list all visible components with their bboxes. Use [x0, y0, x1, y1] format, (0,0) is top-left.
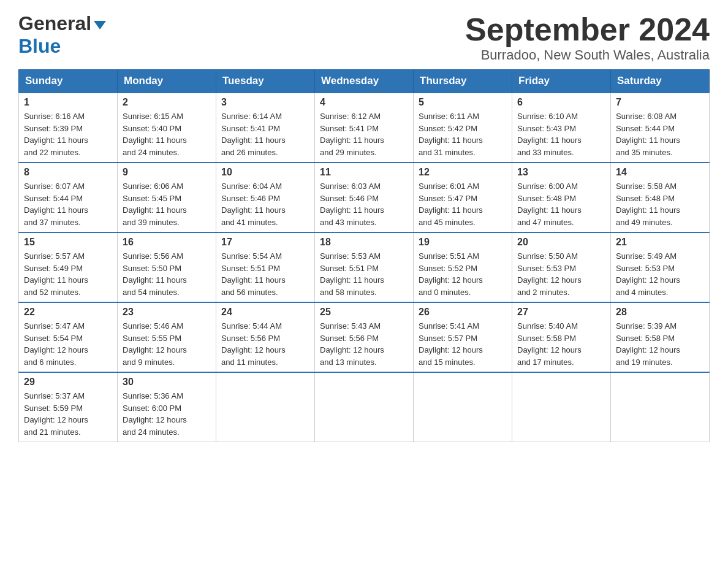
weekday-header-row: SundayMondayTuesdayWednesdayThursdayFrid… — [19, 70, 710, 93]
day-info: Sunrise: 6:01 AM Sunset: 5:47 PM Dayligh… — [419, 180, 507, 228]
calendar-day-cell: 22Sunrise: 5:47 AM Sunset: 5:54 PM Dayli… — [19, 302, 118, 372]
day-number: 21 — [616, 237, 704, 248]
calendar-day-cell: 24Sunrise: 5:44 AM Sunset: 5:56 PM Dayli… — [216, 302, 315, 372]
day-info: Sunrise: 6:16 AM Sunset: 5:39 PM Dayligh… — [24, 110, 112, 158]
month-year-title: September 2024 — [465, 12, 710, 47]
day-number: 20 — [517, 237, 605, 248]
calendar-day-cell: 9Sunrise: 6:06 AM Sunset: 5:45 PM Daylig… — [118, 163, 216, 232]
calendar-day-cell: 21Sunrise: 5:49 AM Sunset: 5:53 PM Dayli… — [611, 232, 710, 302]
weekday-header-wednesday: Wednesday — [315, 70, 414, 93]
day-number: 25 — [320, 307, 408, 318]
day-info: Sunrise: 6:07 AM Sunset: 5:44 PM Dayligh… — [24, 180, 112, 228]
day-info: Sunrise: 5:47 AM Sunset: 5:54 PM Dayligh… — [24, 320, 112, 368]
day-number: 11 — [320, 167, 408, 178]
day-number: 9 — [123, 167, 211, 178]
day-info: Sunrise: 5:37 AM Sunset: 5:59 PM Dayligh… — [24, 390, 112, 438]
day-info: Sunrise: 5:46 AM Sunset: 5:55 PM Dayligh… — [123, 320, 211, 368]
calendar-day-cell: 19Sunrise: 5:51 AM Sunset: 5:52 PM Dayli… — [414, 232, 512, 302]
calendar-day-cell: 30Sunrise: 5:36 AM Sunset: 6:00 PM Dayli… — [118, 372, 216, 442]
day-number: 1 — [24, 97, 112, 108]
page-header: General Blue September 2024 Burradoo, Ne… — [18, 12, 710, 63]
calendar-day-cell: 11Sunrise: 6:03 AM Sunset: 5:46 PM Dayli… — [315, 163, 414, 232]
calendar-day-cell: 18Sunrise: 5:53 AM Sunset: 5:51 PM Dayli… — [315, 232, 414, 302]
calendar-week-row: 1Sunrise: 6:16 AM Sunset: 5:39 PM Daylig… — [19, 93, 710, 163]
calendar-day-cell: 29Sunrise: 5:37 AM Sunset: 5:59 PM Dayli… — [19, 372, 118, 442]
day-info: Sunrise: 5:54 AM Sunset: 5:51 PM Dayligh… — [221, 250, 309, 298]
calendar-day-cell: 4Sunrise: 6:12 AM Sunset: 5:41 PM Daylig… — [315, 93, 414, 163]
logo-triangle-icon — [94, 21, 106, 29]
logo-blue-text: Blue — [18, 35, 61, 58]
calendar-day-cell: 8Sunrise: 6:07 AM Sunset: 5:44 PM Daylig… — [19, 163, 118, 232]
day-number: 5 — [419, 97, 507, 108]
day-info: Sunrise: 6:00 AM Sunset: 5:48 PM Dayligh… — [517, 180, 605, 228]
day-info: Sunrise: 5:41 AM Sunset: 5:57 PM Dayligh… — [419, 320, 507, 368]
calendar-week-row: 22Sunrise: 5:47 AM Sunset: 5:54 PM Dayli… — [19, 302, 710, 372]
day-info: Sunrise: 6:04 AM Sunset: 5:46 PM Dayligh… — [221, 180, 309, 228]
day-info: Sunrise: 5:58 AM Sunset: 5:48 PM Dayligh… — [616, 180, 704, 228]
day-info: Sunrise: 5:43 AM Sunset: 5:56 PM Dayligh… — [320, 320, 408, 368]
weekday-header-monday: Monday — [118, 70, 216, 93]
weekday-header-sunday: Sunday — [19, 70, 118, 93]
calendar-day-cell — [414, 372, 512, 442]
day-info: Sunrise: 6:10 AM Sunset: 5:43 PM Dayligh… — [517, 110, 605, 158]
logo: General Blue — [18, 12, 106, 58]
day-number: 19 — [419, 237, 507, 248]
day-info: Sunrise: 5:57 AM Sunset: 5:49 PM Dayligh… — [24, 250, 112, 298]
day-info: Sunrise: 6:12 AM Sunset: 5:41 PM Dayligh… — [320, 110, 408, 158]
calendar-day-cell: 17Sunrise: 5:54 AM Sunset: 5:51 PM Dayli… — [216, 232, 315, 302]
day-number: 8 — [24, 167, 112, 178]
day-number: 13 — [517, 167, 605, 178]
calendar-day-cell — [216, 372, 315, 442]
day-info: Sunrise: 5:40 AM Sunset: 5:58 PM Dayligh… — [517, 320, 605, 368]
calendar-day-cell: 7Sunrise: 6:08 AM Sunset: 5:44 PM Daylig… — [611, 93, 710, 163]
calendar-day-cell: 5Sunrise: 6:11 AM Sunset: 5:42 PM Daylig… — [414, 93, 512, 163]
calendar-table: SundayMondayTuesdayWednesdayThursdayFrid… — [18, 69, 710, 442]
day-number: 6 — [517, 97, 605, 108]
day-number: 14 — [616, 167, 704, 178]
day-info: Sunrise: 6:08 AM Sunset: 5:44 PM Dayligh… — [616, 110, 704, 158]
day-number: 30 — [123, 377, 211, 388]
day-info: Sunrise: 6:03 AM Sunset: 5:46 PM Dayligh… — [320, 180, 408, 228]
location-subtitle: Burradoo, New South Wales, Australia — [465, 47, 710, 63]
calendar-day-cell: 15Sunrise: 5:57 AM Sunset: 5:49 PM Dayli… — [19, 232, 118, 302]
calendar-day-cell: 10Sunrise: 6:04 AM Sunset: 5:46 PM Dayli… — [216, 163, 315, 232]
calendar-header: SundayMondayTuesdayWednesdayThursdayFrid… — [19, 70, 710, 93]
calendar-day-cell: 3Sunrise: 6:14 AM Sunset: 5:41 PM Daylig… — [216, 93, 315, 163]
day-number: 12 — [419, 167, 507, 178]
day-info: Sunrise: 5:36 AM Sunset: 6:00 PM Dayligh… — [123, 390, 211, 438]
day-info: Sunrise: 6:15 AM Sunset: 5:40 PM Dayligh… — [123, 110, 211, 158]
calendar-day-cell: 20Sunrise: 5:50 AM Sunset: 5:53 PM Dayli… — [512, 232, 611, 302]
calendar-day-cell — [611, 372, 710, 442]
calendar-day-cell: 13Sunrise: 6:00 AM Sunset: 5:48 PM Dayli… — [512, 163, 611, 232]
day-number: 22 — [24, 307, 112, 318]
day-number: 16 — [123, 237, 211, 248]
day-number: 7 — [616, 97, 704, 108]
day-info: Sunrise: 5:44 AM Sunset: 5:56 PM Dayligh… — [221, 320, 309, 368]
calendar-week-row: 29Sunrise: 5:37 AM Sunset: 5:59 PM Dayli… — [19, 372, 710, 442]
day-number: 17 — [221, 237, 309, 248]
calendar-day-cell: 28Sunrise: 5:39 AM Sunset: 5:58 PM Dayli… — [611, 302, 710, 372]
day-number: 4 — [320, 97, 408, 108]
calendar-day-cell: 2Sunrise: 6:15 AM Sunset: 5:40 PM Daylig… — [118, 93, 216, 163]
weekday-header-tuesday: Tuesday — [216, 70, 315, 93]
title-block: September 2024 Burradoo, New South Wales… — [465, 12, 710, 63]
calendar-day-cell: 26Sunrise: 5:41 AM Sunset: 5:57 PM Dayli… — [414, 302, 512, 372]
calendar-day-cell: 14Sunrise: 5:58 AM Sunset: 5:48 PM Dayli… — [611, 163, 710, 232]
day-number: 2 — [123, 97, 211, 108]
day-info: Sunrise: 5:56 AM Sunset: 5:50 PM Dayligh… — [123, 250, 211, 298]
calendar-week-row: 15Sunrise: 5:57 AM Sunset: 5:49 PM Dayli… — [19, 232, 710, 302]
calendar-day-cell: 12Sunrise: 6:01 AM Sunset: 5:47 PM Dayli… — [414, 163, 512, 232]
day-info: Sunrise: 5:39 AM Sunset: 5:58 PM Dayligh… — [616, 320, 704, 368]
day-info: Sunrise: 5:49 AM Sunset: 5:53 PM Dayligh… — [616, 250, 704, 298]
calendar-week-row: 8Sunrise: 6:07 AM Sunset: 5:44 PM Daylig… — [19, 163, 710, 232]
day-number: 26 — [419, 307, 507, 318]
day-info: Sunrise: 5:51 AM Sunset: 5:52 PM Dayligh… — [419, 250, 507, 298]
day-info: Sunrise: 6:06 AM Sunset: 5:45 PM Dayligh… — [123, 180, 211, 228]
logo-general-text: General — [18, 12, 91, 35]
day-info: Sunrise: 6:14 AM Sunset: 5:41 PM Dayligh… — [221, 110, 309, 158]
calendar-day-cell: 25Sunrise: 5:43 AM Sunset: 5:56 PM Dayli… — [315, 302, 414, 372]
day-info: Sunrise: 6:11 AM Sunset: 5:42 PM Dayligh… — [419, 110, 507, 158]
day-number: 23 — [123, 307, 211, 318]
day-number: 18 — [320, 237, 408, 248]
day-info: Sunrise: 5:53 AM Sunset: 5:51 PM Dayligh… — [320, 250, 408, 298]
